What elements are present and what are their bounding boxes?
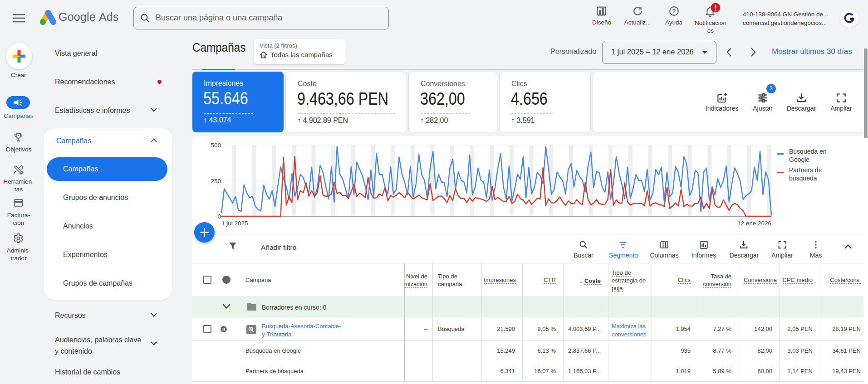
svg-text:250: 250 [211,178,221,185]
svg-text:búsqueda: búsqueda [789,175,817,182]
svg-text:Búsqueda en: Búsqueda en [789,148,827,155]
svg-text:500: 500 [211,142,221,149]
svg-text:Google: Google [789,156,809,163]
svg-text:1 jul 2025: 1 jul 2025 [221,220,248,227]
svg-text:12 ene 2026: 12 ene 2026 [737,220,771,227]
svg-text:0: 0 [217,213,221,220]
svg-text:Partners de: Partners de [789,166,822,174]
svg-text:?: ? [672,8,676,15]
